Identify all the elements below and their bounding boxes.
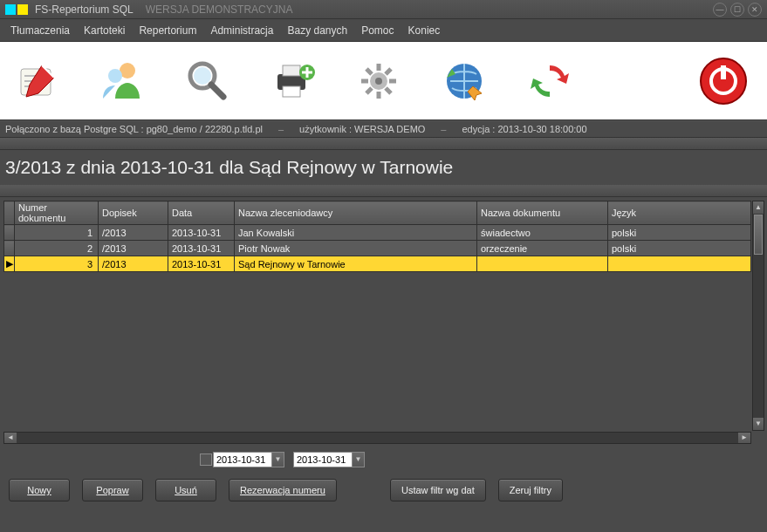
globe-icon[interactable]	[436, 53, 492, 109]
vertical-scrollbar[interactable]: ▲ ▼	[752, 201, 764, 431]
popraw-button[interactable]: Popraw	[82, 479, 143, 501]
person-icon[interactable]	[94, 53, 150, 109]
status-user: użytkownik : WERSJA DEMO	[299, 124, 425, 134]
cell-zleceniodawca: Jan Kowalski	[235, 225, 477, 241]
filter-row: ▼ ▼	[0, 447, 767, 473]
cell-dokument	[477, 256, 608, 272]
menu-repertorium[interactable]: Repertorium	[132, 21, 203, 40]
edit-icon[interactable]	[9, 53, 65, 109]
cell-jezyk: polski	[608, 225, 751, 241]
toolbar	[0, 42, 767, 120]
menu-tlumaczenia[interactable]: Tłumaczenia	[3, 21, 77, 40]
cell-zleceniodawca: Piotr Nowak	[235, 241, 477, 256]
close-button[interactable]: ✕	[748, 3, 762, 17]
menu-bar: Tłumaczenia Kartoteki Repertorium Admini…	[0, 19, 767, 42]
scroll-down-icon[interactable]: ▼	[753, 418, 764, 430]
ustaw-filtr-button[interactable]: Ustaw filtr wg dat	[390, 479, 486, 501]
date-to-input[interactable]	[293, 452, 353, 467]
col-zleceniodawca[interactable]: Nazwa zleceniodawcy	[235, 201, 477, 225]
search-icon[interactable]	[180, 53, 236, 109]
title-bar: FS-Repertorium SQL WERSJA DEMONSTRACYJNA…	[0, 0, 767, 19]
menu-kartoteki[interactable]: Kartoteki	[77, 21, 132, 40]
cell-jezyk	[608, 256, 751, 272]
row-indicator	[4, 241, 15, 256]
col-dopisek[interactable]: Dopisek	[99, 201, 168, 225]
rezerwacja-button[interactable]: Rezerwacja numeru	[229, 479, 337, 501]
row-indicator	[4, 225, 15, 241]
svg-rect-15	[721, 65, 726, 79]
page-heading: 3/2013 z dnia 2013-10-31 dla Sąd Rejnowy…	[5, 157, 453, 178]
col-data[interactable]: Data	[168, 201, 235, 225]
scroll-left-icon[interactable]: ◄	[4, 433, 17, 443]
sync-icon[interactable]	[522, 53, 578, 109]
cell-dopisek: /2013	[99, 256, 168, 272]
power-icon[interactable]	[695, 53, 751, 109]
date-to-box: ▼	[293, 452, 365, 467]
horizontal-scrollbar[interactable]: ◄ ►	[3, 432, 751, 444]
cell-numer: 2	[15, 241, 99, 256]
svg-rect-7	[283, 86, 300, 97]
menu-pomoc[interactable]: Pomoc	[354, 21, 401, 40]
table-row[interactable]: ▶3/20132013-10-31Sąd Rejnowy w Tarnowie	[4, 256, 751, 272]
app-icon-2	[17, 4, 28, 15]
cell-dokument: świadectwo	[477, 225, 608, 241]
cell-data: 2013-10-31	[168, 256, 235, 272]
row-header-col	[4, 201, 15, 225]
zeruj-filtry-button[interactable]: Zeruj filtry	[498, 479, 563, 501]
date-from-dropdown-icon[interactable]: ▼	[272, 452, 284, 467]
svg-point-10	[375, 78, 382, 85]
date-from-input[interactable]	[213, 452, 272, 467]
table-row[interactable]: 2/20132013-10-31Piotr Nowakorzeczeniepol…	[4, 241, 751, 256]
app-edition: WERSJA DEMONSTRACYJNA	[146, 3, 293, 16]
cell-dokument: orzeczenie	[477, 241, 608, 256]
status-bar: Połączono z bazą Postgre SQL : pg80_demo…	[0, 120, 767, 138]
gear-icon[interactable]	[351, 53, 407, 109]
row-indicator: ▶	[4, 256, 15, 272]
cell-dopisek: /2013	[99, 225, 168, 241]
menu-bazy-danych[interactable]: Bazy danych	[280, 21, 354, 40]
cell-dopisek: /2013	[99, 241, 168, 256]
col-dokument[interactable]: Nazwa dokumentu	[477, 201, 608, 225]
date-from-checkbox[interactable]	[200, 454, 212, 466]
cell-jezyk: polski	[608, 241, 751, 256]
usun-button[interactable]: Usuń	[155, 479, 216, 501]
cell-numer: 3	[15, 256, 99, 272]
date-from-box: ▼	[200, 452, 284, 467]
app-icon-1	[5, 4, 16, 15]
cell-zleceniodawca: Sąd Rejnowy w Tarnowie	[235, 256, 477, 272]
scroll-thumb[interactable]	[754, 215, 763, 255]
scroll-right-icon[interactable]: ►	[738, 433, 750, 443]
nowy-button[interactable]: Nowy	[9, 479, 70, 501]
app-title: FS-Repertorium SQL	[35, 3, 134, 16]
col-jezyk[interactable]: Język	[608, 201, 751, 225]
scroll-up-icon[interactable]: ▲	[753, 201, 764, 214]
date-to-dropdown-icon[interactable]: ▼	[353, 452, 365, 467]
svg-rect-6	[283, 65, 300, 76]
menu-koniec[interactable]: Koniec	[401, 21, 448, 40]
cell-data: 2013-10-31	[168, 241, 235, 256]
minimize-button[interactable]: —	[713, 3, 727, 17]
menu-administracja[interactable]: Administracja	[203, 21, 280, 40]
table-row[interactable]: 1/20132013-10-31Jan Kowalskiświadectwopo…	[4, 225, 751, 241]
maximize-button[interactable]: ☐	[730, 3, 744, 17]
svg-point-2	[108, 69, 122, 83]
button-row: Nowy Popraw Usuń Rezerwacja numeru Ustaw…	[0, 473, 767, 508]
print-icon[interactable]	[265, 53, 321, 109]
cell-data: 2013-10-31	[168, 225, 235, 241]
grid-area: Numer dokumentu Dopisek Data Nazwa zlece…	[0, 197, 767, 447]
svg-point-12	[701, 58, 746, 104]
cell-numer: 1	[15, 225, 99, 241]
status-connection: Połączono z bazą Postgre SQL : pg80_demo…	[5, 124, 263, 134]
status-edit: edycja : 2013-10-30 18:00:00	[462, 124, 586, 134]
page-heading-bar: 3/2013 z dnia 2013-10-31 dla Sąd Rejnowy…	[0, 150, 767, 185]
svg-point-4	[194, 67, 211, 85]
col-numer[interactable]: Numer dokumentu	[15, 201, 99, 225]
data-grid[interactable]: Numer dokumentu Dopisek Data Nazwa zlece…	[3, 201, 751, 431]
